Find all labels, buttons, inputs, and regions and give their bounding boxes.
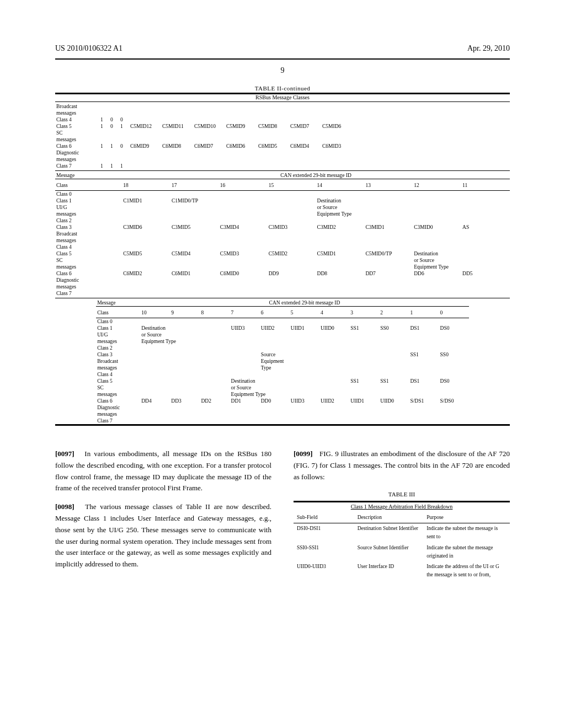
- cell: [268, 217, 316, 224]
- cell: [219, 231, 268, 237]
- cell: [140, 358, 170, 365]
- cell: DS0: [439, 325, 469, 331]
- cell: or Source: [316, 204, 365, 211]
- cell: [129, 156, 161, 163]
- cell: C5MID5: [122, 250, 170, 257]
- cell: [200, 351, 230, 358]
- table-row: Class 4: [96, 371, 469, 378]
- cell: Destination: [140, 325, 170, 331]
- cell: Source: [260, 351, 290, 358]
- cell: DS0: [439, 378, 469, 384]
- cell: [290, 391, 319, 398]
- cell: [413, 197, 461, 204]
- cell: Class 4: [55, 116, 99, 123]
- cell: [257, 136, 289, 143]
- cell: C5MID0/TP: [364, 250, 413, 257]
- cell: [364, 217, 413, 224]
- cell: [413, 231, 461, 237]
- cell: [461, 244, 510, 250]
- cell: [349, 391, 379, 398]
- cell: [200, 411, 230, 417]
- class-cell: Class 2: [96, 345, 140, 351]
- cell: Destination: [230, 378, 260, 384]
- cell: [461, 257, 510, 264]
- cell: [349, 371, 379, 378]
- cell: [409, 404, 439, 411]
- cell: [413, 211, 461, 217]
- cell: [225, 149, 257, 156]
- cell: UIID2: [260, 325, 290, 331]
- cell: [316, 264, 365, 270]
- class-cell: Class 5: [55, 250, 122, 257]
- cell: 1: [119, 163, 129, 169]
- cell: [461, 283, 510, 290]
- class-cell: Class 2: [55, 217, 122, 224]
- cell: Diagnostic: [55, 149, 99, 156]
- cell: [170, 365, 200, 371]
- bit-col: 8: [200, 308, 230, 318]
- table-row: Class 5101C5MID12C5MID11C5MID10C5MID9C5M…: [55, 123, 510, 130]
- table-row: Diagnostic: [96, 404, 469, 411]
- cell: [170, 257, 219, 264]
- msg-label: Message: [55, 172, 122, 179]
- cell: [379, 331, 409, 338]
- cell: [290, 358, 319, 365]
- cell: [353, 130, 510, 136]
- class-cell: Class 3: [55, 224, 122, 231]
- cell: C6MID0: [219, 270, 268, 277]
- cell: [379, 384, 409, 391]
- cell: [413, 204, 461, 211]
- table-2-section-1: BroadcastmessagesClass 4100Class 5101C5M…: [55, 103, 510, 169]
- cell: [161, 136, 193, 143]
- bit-col: 3: [349, 308, 379, 318]
- cell: [161, 130, 193, 136]
- cell: [200, 404, 230, 411]
- cell: [290, 411, 319, 417]
- cell: [319, 365, 349, 371]
- cell: [122, 277, 170, 283]
- cell: C3MID1: [364, 224, 413, 231]
- cell: [170, 318, 200, 325]
- cell: [193, 136, 225, 143]
- cell: [260, 384, 290, 391]
- cell: [321, 116, 353, 123]
- cell: 0: [109, 116, 119, 123]
- cell: [260, 371, 290, 378]
- cell: C3MID2: [316, 224, 365, 231]
- cell: [319, 378, 349, 384]
- cell: [140, 351, 170, 358]
- cell: [409, 338, 439, 345]
- cell: [409, 358, 439, 365]
- cell: messages: [55, 110, 99, 116]
- class-cell: Class 6: [96, 398, 140, 404]
- cell: [316, 231, 365, 237]
- cell: [170, 283, 219, 290]
- cell: [409, 411, 439, 417]
- cell: Type: [260, 365, 290, 371]
- cell: [140, 378, 170, 384]
- table-row: Class 7111: [55, 163, 510, 169]
- class-cell: UI/G: [96, 331, 140, 338]
- class-cell: UI/G: [55, 204, 122, 211]
- cell: Indicate the subnet the message originat…: [423, 543, 510, 561]
- cell: [219, 290, 268, 297]
- cell: [316, 290, 365, 297]
- cell: C5MID2: [268, 250, 316, 257]
- bit-col: 17: [170, 180, 219, 191]
- bit-col: 11: [461, 180, 510, 191]
- table-row: SCor Source: [96, 384, 469, 391]
- cell: [379, 417, 409, 424]
- cell: [319, 351, 349, 358]
- bit-col: 12: [413, 180, 461, 191]
- cell: [353, 110, 510, 116]
- para-text: The various message classes of Table II …: [55, 502, 271, 568]
- cell: [193, 116, 225, 123]
- header-rule: [55, 58, 510, 60]
- cell: [129, 149, 161, 156]
- cell: [439, 371, 469, 378]
- cell: [413, 191, 461, 198]
- cell: [290, 318, 319, 325]
- cell: [99, 130, 109, 136]
- cell: S/DS0: [439, 398, 469, 404]
- cell: [170, 417, 200, 424]
